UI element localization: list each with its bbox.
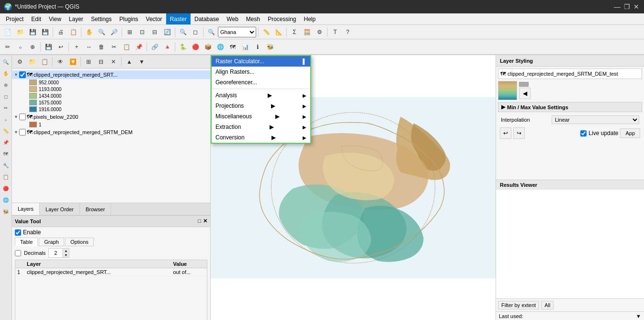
menu-web[interactable]: Web: [223, 13, 242, 24]
identify-btn[interactable]: 🔍: [177, 26, 189, 38]
save-as-btn[interactable]: 💾: [39, 26, 51, 38]
pan-tool[interactable]: ✋: [1, 69, 11, 78]
interpolation-select[interactable]: Linear Discrete Exact: [552, 115, 639, 124]
select-btn[interactable]: ◻: [190, 26, 201, 38]
vt-tab-table[interactable]: Table: [15, 238, 38, 246]
vertex-btn[interactable]: ⊕: [27, 41, 38, 53]
measure-tool[interactable]: 📏: [1, 126, 11, 136]
spinner-up-btn[interactable]: ▲: [62, 249, 69, 253]
zoom-out-btn[interactable]: 🔎: [108, 26, 120, 38]
map-area[interactable]: Raster Calculator... ▌ Align Rasters... …: [211, 55, 496, 320]
plugin4-btn[interactable]: 🗺: [227, 41, 238, 53]
decimals-input[interactable]: [49, 249, 62, 257]
digitize-tool[interactable]: ⬦: [1, 114, 11, 124]
filter-layers-btn[interactable]: 🔽: [67, 56, 79, 68]
zoom-full-btn[interactable]: ⊞: [124, 26, 136, 38]
measure-btn[interactable]: 📏: [260, 26, 272, 38]
menu-help[interactable]: Help: [300, 13, 320, 24]
node-tool[interactable]: ⊕: [1, 80, 11, 90]
collapse-all-btn[interactable]: ⊟: [95, 56, 107, 68]
undo-style-btn[interactable]: ↩: [500, 127, 511, 139]
all-btn[interactable]: All: [541, 301, 554, 309]
paste-feature-btn[interactable]: 📌: [133, 41, 145, 53]
copy-feature-btn[interactable]: 📋: [121, 41, 132, 53]
last-used-dropdown-icon[interactable]: ▼: [636, 313, 641, 319]
tab-layer-order[interactable]: Layer Order: [40, 203, 80, 215]
expand-all-btn[interactable]: ⊞: [83, 56, 94, 68]
plugin-tool2[interactable]: 📋: [1, 172, 11, 182]
menu-processing[interactable]: Processing: [264, 13, 300, 24]
spinner-down-btn[interactable]: ▼: [62, 253, 69, 257]
measure-area-btn[interactable]: 📐: [273, 26, 284, 38]
plugin1-btn[interactable]: 🔴: [190, 41, 201, 53]
layer-item-pixels[interactable]: ▼ 🗺 pixels_below_2200: [12, 113, 210, 121]
menu-mesh[interactable]: Mesh: [242, 13, 264, 24]
refresh-btn[interactable]: 🔄: [161, 26, 173, 38]
menu-extraction[interactable]: Extraction ▶: [212, 122, 310, 132]
menu-plugins[interactable]: Plugins: [115, 13, 142, 24]
tab-layers[interactable]: Layers: [12, 203, 40, 215]
menu-vector[interactable]: Vector: [142, 13, 166, 24]
menu-analysis[interactable]: Analysis ▶: [212, 90, 310, 101]
new-print-btn[interactable]: 📋: [68, 26, 79, 38]
menu-miscellaneous[interactable]: Miscellaneous ▶: [212, 111, 310, 122]
label-btn[interactable]: T: [329, 26, 341, 38]
min-max-header[interactable]: ▶ Min / Max Value Settings: [498, 103, 642, 112]
manage-layers-btn[interactable]: 📋: [39, 56, 50, 68]
prev-style-btn[interactable]: ◀: [519, 88, 531, 99]
menu-project[interactable]: Project: [2, 13, 27, 24]
search-icon[interactable]: 🔍: [205, 26, 217, 38]
plugin5-btn[interactable]: 📊: [239, 41, 251, 53]
cut-feature-btn[interactable]: ✂: [108, 41, 120, 53]
statistics-btn[interactable]: Σ: [289, 26, 300, 38]
enable-checkbox[interactable]: [15, 229, 21, 236]
plugin-tool5[interactable]: 🐝: [1, 206, 11, 216]
move-up-btn[interactable]: ▲: [124, 56, 135, 68]
edit-tool[interactable]: ✏: [1, 103, 11, 113]
zoom-layer-btn[interactable]: ⊡: [136, 26, 148, 38]
selection-tool[interactable]: ◻: [1, 91, 11, 101]
move-feature-btn[interactable]: ↔: [83, 41, 95, 53]
layout-tool[interactable]: 🗺: [1, 149, 11, 159]
new-project-btn[interactable]: 📄: [2, 26, 13, 38]
toggle-layer-btn[interactable]: 👁: [55, 56, 66, 68]
zoom-selection-btn[interactable]: ⊟: [149, 26, 160, 38]
redo-style-btn[interactable]: ↪: [513, 127, 525, 139]
layer-item-dem[interactable]: ▼ 🗺 clipped_reprojected_merged_SRTM_DEM: [12, 128, 210, 137]
pan-map-btn[interactable]: ✋: [83, 26, 95, 38]
save-project-btn[interactable]: 💾: [27, 26, 38, 38]
menu-align-rasters[interactable]: Align Rasters...: [212, 67, 310, 77]
menu-settings[interactable]: Settings: [87, 13, 115, 24]
layer-item-dem-test[interactable]: ▼ 🗺 clipped_reprojected_merged_SRT...: [12, 70, 210, 79]
remove-layer-btn[interactable]: ✕: [108, 56, 119, 68]
rollback-btn[interactable]: ↩: [55, 41, 67, 53]
print-layout-btn[interactable]: 🖨: [55, 26, 67, 38]
menu-conversion[interactable]: Conversion ▶: [212, 132, 310, 143]
location-search[interactable]: Ghana: [218, 27, 256, 37]
save-edits-btn[interactable]: 💾: [43, 41, 54, 53]
delete-feature-btn[interactable]: 🗑: [96, 41, 107, 53]
add-group-btn[interactable]: 📁: [26, 56, 38, 68]
vt-tab-graph[interactable]: Graph: [39, 238, 64, 246]
plugin6-btn[interactable]: ℹ: [252, 41, 263, 53]
menu-raster-calculator[interactable]: Raster Calculator... ▌: [212, 56, 310, 67]
plugin3-btn[interactable]: 🌐: [215, 41, 226, 53]
menu-database[interactable]: Database: [191, 13, 223, 24]
add-feature-btn[interactable]: +: [71, 41, 82, 53]
identify-tool[interactable]: 🔍: [1, 57, 11, 67]
plugin-tool4[interactable]: 🌐: [1, 195, 11, 205]
toolbox-btn[interactable]: ⚙: [314, 26, 325, 38]
value-tool-close-btn[interactable]: ✕: [203, 218, 207, 224]
layer-checkbox-dem[interactable]: [19, 129, 26, 136]
minimize-button[interactable]: —: [613, 3, 621, 11]
open-project-btn[interactable]: 📁: [14, 26, 26, 38]
zoom-in-btn[interactable]: 🔍: [96, 26, 107, 38]
vt-tab-options[interactable]: Options: [65, 238, 94, 246]
menu-projections[interactable]: Projections ▶: [212, 101, 310, 111]
plugin7-btn[interactable]: 🐝: [264, 41, 276, 53]
snap-btn[interactable]: 🔗: [149, 41, 160, 53]
close-button[interactable]: ✕: [633, 3, 640, 11]
calculator-btn[interactable]: 🧮: [301, 26, 313, 38]
value-tool-restore-btn[interactable]: □: [198, 218, 201, 224]
live-update-checkbox[interactable]: [580, 130, 587, 137]
